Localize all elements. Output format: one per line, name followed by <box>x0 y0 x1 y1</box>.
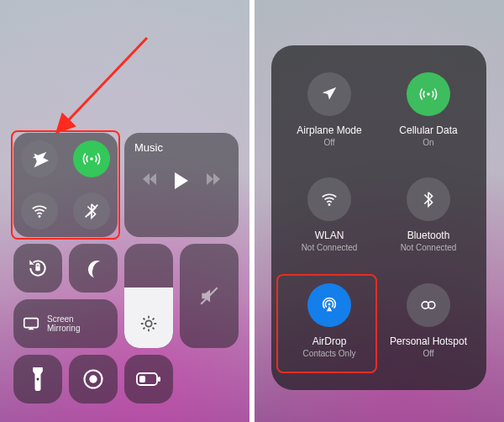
svg-rect-11 <box>158 377 160 382</box>
svg-rect-6 <box>24 319 39 328</box>
cellular-icon <box>82 150 101 168</box>
svg-point-0 <box>90 157 93 161</box>
do-not-disturb-button[interactable] <box>69 244 118 293</box>
airplane-icon <box>320 85 339 103</box>
svg-point-7 <box>36 377 39 380</box>
record-icon <box>81 367 105 391</box>
cellular-toggle[interactable] <box>73 140 110 177</box>
airplane-toggle-large[interactable] <box>307 72 351 116</box>
next-track-button[interactable] <box>207 173 220 188</box>
airplane-toggle[interactable] <box>21 140 58 177</box>
airdrop-title: AirDrop <box>312 335 347 347</box>
connectivity-expanded-panel: Airplane Mode Off Cellular Data On <box>271 45 486 390</box>
bluetooth-cell[interactable]: Bluetooth Not Connected <box>379 166 478 271</box>
cellular-status: On <box>423 138 433 147</box>
wlan-cell[interactable]: WLAN Not Connected <box>280 166 379 271</box>
cellular-toggle-large[interactable] <box>407 72 450 116</box>
airdrop-cell[interactable]: AirDrop Contacts Only <box>280 272 379 377</box>
connectivity-group[interactable] <box>13 133 118 237</box>
airplane-title: Airplane Mode <box>297 124 361 136</box>
hotspot-icon <box>419 296 438 314</box>
airplane-cell[interactable]: Airplane Mode Off <box>280 61 379 166</box>
prev-track-button[interactable] <box>143 173 156 188</box>
airdrop-status: Contacts Only <box>303 349 356 358</box>
orientation-lock-icon <box>27 257 49 279</box>
bluetooth-off-icon <box>82 202 101 220</box>
wlan-title: WLAN <box>315 229 344 241</box>
screenshot-left: Music <box>0 0 249 422</box>
screen-mirroring-button[interactable]: Screen Mirroring <box>13 299 118 348</box>
brightness-slider[interactable] <box>124 244 173 348</box>
moon-icon <box>81 256 105 280</box>
svg-rect-12 <box>139 376 145 382</box>
play-button[interactable] <box>175 172 188 189</box>
music-card[interactable]: Music <box>124 133 239 237</box>
hotspot-toggle-large[interactable] <box>407 283 450 327</box>
airplane-status: Off <box>323 138 334 147</box>
svg-rect-3 <box>35 266 39 271</box>
svg-line-13 <box>59 38 147 130</box>
bluetooth-toggle[interactable] <box>73 193 110 229</box>
battery-icon <box>136 372 161 387</box>
svg-point-15 <box>328 203 331 206</box>
screen-mirroring-icon <box>22 314 40 333</box>
svg-point-16 <box>328 303 331 305</box>
bluetooth-icon <box>419 190 438 208</box>
cellular-title: Cellular Data <box>399 124 457 136</box>
airdrop-icon <box>320 296 339 314</box>
bluetooth-toggle-large[interactable] <box>407 177 450 221</box>
screenshot-right: Airplane Mode Off Cellular Data On <box>255 0 504 422</box>
wifi-toggle[interactable] <box>21 193 58 229</box>
bluetooth-status: Not Connected <box>401 243 457 252</box>
annotation-arrow <box>46 34 155 143</box>
svg-point-14 <box>427 92 430 96</box>
cellular-cell[interactable]: Cellular Data On <box>379 61 478 166</box>
bluetooth-title: Bluetooth <box>407 229 450 241</box>
speaker-mute-icon <box>198 285 220 307</box>
svg-point-4 <box>145 320 151 326</box>
low-power-button[interactable] <box>124 355 173 404</box>
screen-record-button[interactable] <box>69 355 118 404</box>
svg-point-1 <box>39 215 41 218</box>
wifi-icon <box>320 190 339 208</box>
music-title: Music <box>134 141 228 154</box>
brightness-icon <box>139 314 158 336</box>
hotspot-cell[interactable]: Personal Hotspot Off <box>379 272 478 377</box>
wlan-toggle-large[interactable] <box>307 177 351 221</box>
hotspot-status: Off <box>423 349 433 358</box>
screen-mirroring-label: Screen Mirroring <box>47 314 80 334</box>
svg-point-9 <box>89 375 97 382</box>
volume-slider[interactable] <box>180 244 239 348</box>
flashlight-button[interactable] <box>13 355 62 404</box>
flashlight-icon <box>30 367 45 391</box>
comparison-stage: Music <box>0 0 504 422</box>
cellular-icon <box>419 85 438 103</box>
airplane-icon <box>30 150 49 168</box>
airdrop-toggle-large[interactable] <box>307 283 351 327</box>
hotspot-title: Personal Hotspot <box>390 335 467 347</box>
wlan-status: Not Connected <box>302 243 358 252</box>
wifi-icon <box>30 202 49 220</box>
orientation-lock-button[interactable] <box>13 244 62 293</box>
